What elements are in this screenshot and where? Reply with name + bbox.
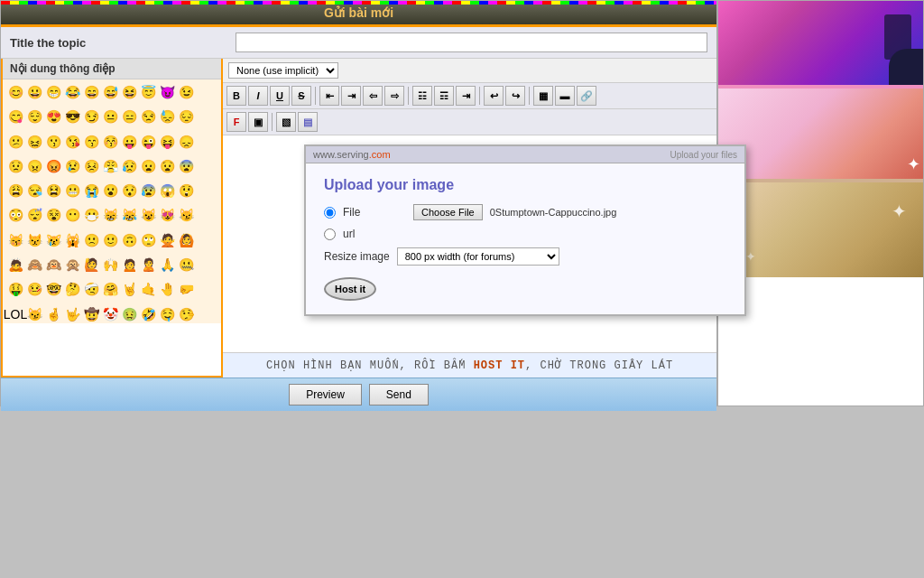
list-item[interactable]: 😤 [101,157,119,175]
format-btn2[interactable]: ▣ [248,112,268,132]
url-radio[interactable] [324,228,336,240]
list-item[interactable]: 😩 [6,182,24,200]
list-item[interactable]: 🤘 [120,280,138,298]
list-item[interactable]: 😳 [6,206,24,224]
list-item[interactable]: 🙁 [82,231,100,249]
list-item[interactable]: 😕 [6,133,24,151]
choose-file-button[interactable]: Choose File [413,204,483,220]
indent-button[interactable]: ⇥ [456,86,476,106]
list-item[interactable]: 😪 [25,182,43,200]
list-item[interactable]: 😡 [44,157,62,175]
list-item[interactable]: 😊 [6,83,24,101]
list-item[interactable]: 🤣 [139,305,157,323]
list-item[interactable]: 😺 [139,206,157,224]
list-item[interactable]: 😆 [120,83,138,101]
align-center-button[interactable]: ⇥ [341,86,361,106]
list-item[interactable]: 😦 [139,157,157,175]
list-item[interactable]: 🤐 [177,256,195,274]
list-item[interactable]: 🙏 [158,256,176,274]
list-item[interactable]: 🤚 [158,280,176,298]
list-item[interactable]: 🤢 [120,305,138,323]
list-item[interactable]: 😑 [120,107,138,126]
list-item[interactable]: 🤞 [44,305,62,323]
list-item[interactable]: 🙀 [63,231,81,249]
list-item[interactable]: 😢 [63,157,81,175]
format-btn3[interactable]: ▧ [276,112,296,132]
list-item[interactable]: 🙆 [177,231,195,249]
list-item[interactable]: LOL [6,305,24,323]
align-right-button[interactable]: ⇦ [363,86,383,106]
list-item[interactable]: 🙇 [6,256,24,274]
list-item[interactable]: 🤟 [63,305,81,323]
list-item[interactable]: 😋 [6,107,24,126]
list-item[interactable]: 😽 [6,231,24,249]
hr-button[interactable]: ▬ [555,86,575,106]
font-select[interactable]: None (use implicit) [228,62,338,79]
list-item[interactable]: 🤑 [6,280,24,298]
list-item[interactable]: 🙌 [101,256,119,274]
list-item[interactable]: 😝 [158,133,176,151]
list-item[interactable]: 😐 [101,107,119,126]
list-item[interactable]: 😄 [82,83,100,101]
list-item[interactable]: 😰 [139,182,157,200]
underline-button[interactable]: U [270,86,290,106]
list-item[interactable]: 🤒 [25,280,43,298]
list-item[interactable]: 😯 [120,182,138,200]
list-item[interactable]: 😉 [177,83,195,101]
list-item[interactable]: 😮 [101,182,119,200]
list-item[interactable]: 🙎 [139,256,157,274]
title-input[interactable] [236,33,707,52]
list-item[interactable]: 😅 [101,83,119,101]
list-item[interactable]: 🤓 [44,280,62,298]
list-item[interactable]: 😾 [25,231,43,249]
undo-button[interactable]: ↩ [484,86,504,106]
list-item[interactable]: 🤛 [177,280,195,298]
list-item[interactable]: 😚 [101,133,119,151]
strike-button[interactable]: S [291,86,311,106]
list-item[interactable]: 😙 [82,133,100,151]
list-item[interactable]: 😻 [158,206,176,224]
list-item[interactable]: 🤔 [63,280,81,298]
list-item[interactable]: 😱 [158,182,176,200]
host-it-button[interactable]: Host it [324,277,376,301]
list-item[interactable]: 🙍 [120,256,138,274]
list-item[interactable]: 😎 [63,107,81,126]
list-item[interactable]: 🤡 [101,305,119,323]
list-item[interactable]: 😔 [177,107,195,126]
table-button[interactable]: ▦ [533,86,553,106]
list-item[interactable]: 🙋 [82,256,100,274]
resize-select[interactable]: 800 px width (for forums) [397,247,559,266]
list-item[interactable]: 🙃 [120,231,138,249]
format-btn4[interactable]: ▤ [298,112,318,132]
list-item[interactable]: 😣 [82,157,100,175]
list-item[interactable]: 😛 [120,133,138,151]
link-button[interactable]: 🔗 [577,86,596,106]
list-item[interactable]: 😟 [6,157,24,175]
list-item[interactable]: 😥 [120,157,138,175]
list-item[interactable]: 😘 [63,133,81,151]
italic-button[interactable]: I [248,86,268,106]
list-item[interactable]: 😓 [158,107,176,126]
list-item[interactable]: 😿 [44,231,62,249]
list-item[interactable]: 🙅 [158,231,176,249]
list-item[interactable]: 😭 [82,182,100,200]
list-item[interactable]: 😇 [139,83,157,101]
list-item[interactable]: 🤥 [177,305,195,323]
file-radio[interactable] [324,207,336,219]
list-item[interactable]: 🙈 [25,256,43,274]
list-item[interactable]: 😶 [63,206,81,224]
list-unordered-button[interactable]: ☶ [434,86,454,106]
list-item[interactable]: 😂 [63,83,81,101]
list-item[interactable]: 😖 [25,133,43,151]
list-item[interactable]: 😵 [44,206,62,224]
list-item[interactable]: 😸 [101,206,119,224]
list-item[interactable]: 🤗 [101,280,119,298]
redo-button[interactable]: ↪ [505,86,525,106]
align-justify-button[interactable]: ⇨ [384,86,404,106]
list-item[interactable]: 😒 [139,107,157,126]
list-item[interactable]: 🙂 [101,231,119,249]
list-item[interactable]: 😍 [44,107,62,126]
list-item[interactable]: 🙄 [139,231,157,249]
list-ordered-button[interactable]: ☷ [412,86,432,106]
list-item[interactable]: 😗 [44,133,62,151]
